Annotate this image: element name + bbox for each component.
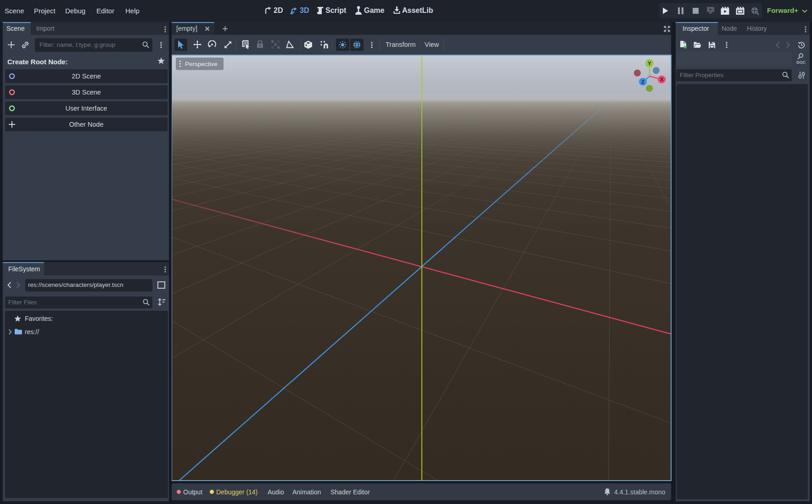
svg-text:Z: Z: [641, 79, 644, 84]
svg-text:DOC: DOC: [796, 60, 806, 65]
svg-text:X: X: [660, 77, 664, 82]
svg-text:Y: Y: [648, 61, 651, 66]
svg-text:Perspective: Perspective: [185, 61, 218, 67]
